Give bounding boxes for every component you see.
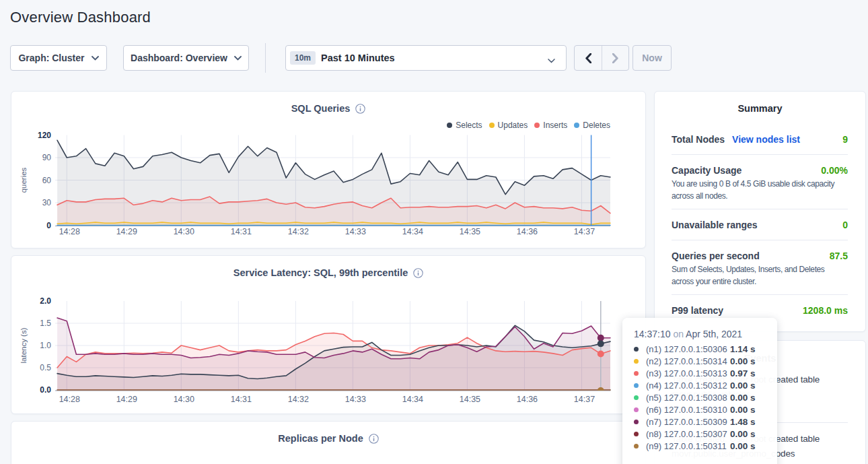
svg-text:120: 120	[38, 131, 51, 140]
tooltip-node-label: (n2) 127.0.0.1:50314	[646, 356, 727, 366]
page-title: Overview Dashboard	[10, 9, 151, 26]
svg-text:14:31: 14:31	[231, 395, 252, 404]
tooltip-node-value: 0.00 s	[730, 356, 756, 366]
summary-row-label: Total Nodes	[672, 134, 725, 145]
svg-text:2.0: 2.0	[40, 296, 51, 306]
series-color-dot	[634, 371, 639, 376]
tooltip-node-row: (n9) 127.0.0.1:503110.00 s	[634, 440, 777, 452]
svg-text:14:36: 14:36	[517, 395, 538, 404]
svg-text:1.0: 1.0	[40, 341, 51, 350]
tooltip-node-label: (n5) 127.0.0.1:50308	[646, 393, 727, 403]
svg-text:queries: queries	[20, 167, 28, 193]
tooltip-node-row: (n3) 127.0.0.1:503130.97 s	[634, 367, 777, 379]
tooltip-node-value: 0.97 s	[730, 368, 756, 378]
summary-title: Summary	[655, 92, 865, 124]
tooltip-node-label: (n4) 127.0.0.1:50312	[646, 380, 727, 391]
series-color-dot	[634, 359, 639, 364]
svg-text:14:28: 14:28	[59, 227, 80, 236]
chart-plot[interactable]: 0.00.51.01.52.014:2814:2914:3014:3114:32…	[11, 256, 647, 415]
series-color-dot	[634, 383, 639, 388]
svg-text:0.5: 0.5	[40, 363, 51, 372]
tooltip-node-row: (n2) 127.0.0.1:503140.00 s	[634, 355, 777, 367]
summary-row-label: Queries per second	[672, 251, 760, 261]
time-step-buttons	[574, 45, 629, 71]
time-range-badge: 10m	[290, 51, 316, 65]
time-back-button[interactable]	[575, 46, 602, 70]
summary-row-label: P99 latency	[672, 305, 723, 316]
chart-plot[interactable]: 030609012014:2814:2914:3014:3114:3214:33…	[11, 92, 647, 249]
summary-row-value: 9	[842, 134, 848, 145]
graph-dropdown-label: Graph: Cluster	[18, 53, 84, 63]
tooltip-node-value: 0.00 s	[730, 429, 756, 439]
tooltip-node-row: (n6) 127.0.0.1:503100.00 s	[634, 403, 777, 416]
summary-row-description: Sum of Selects, Updates, Inserts, and De…	[672, 263, 848, 294]
svg-text:14:33: 14:33	[345, 227, 366, 236]
tooltip-node-row: (n8) 127.0.0.1:503070.00 s	[634, 428, 777, 440]
service-latency-chart-card: Service Latency: SQL, 99th percentile0.0…	[11, 255, 646, 414]
tooltip-node-row: (n1) 127.0.0.1:503061.14 s	[634, 343, 777, 355]
time-range-dropdown[interactable]: 10m Past 10 Minutes	[285, 45, 567, 71]
svg-text:14:36: 14:36	[517, 227, 538, 236]
summary-panel: Summary Total NodesView nodes list9Capac…	[654, 91, 866, 332]
summary-row-label: Capacity Usage	[672, 165, 742, 176]
view-nodes-list-link[interactable]: View nodes list	[732, 134, 800, 145]
series-color-dot	[634, 432, 639, 436]
svg-text:14:31: 14:31	[231, 227, 252, 236]
summary-row: Total NodesView nodes list9	[672, 124, 848, 154]
tooltip-node-label: (n9) 127.0.0.1:50311	[646, 441, 727, 451]
now-button[interactable]: Now	[632, 45, 672, 71]
chevron-down-icon	[92, 56, 99, 61]
replicas-chart-card: Replicas per Node	[11, 421, 646, 464]
tooltip-node-value: 0.00 s	[730, 380, 756, 391]
summary-row-label: Unavailable ranges	[672, 220, 758, 230]
time-forward-button[interactable]	[602, 46, 628, 70]
chevron-down-icon	[548, 55, 555, 65]
chart-title-text: Replicas per Node	[278, 433, 363, 444]
svg-text:0.0: 0.0	[40, 385, 51, 395]
dashboard-dropdown-label: Dashboard: Overview	[131, 53, 227, 63]
graph-dropdown[interactable]: Graph: Cluster	[10, 45, 107, 71]
svg-text:14:34: 14:34	[402, 395, 423, 404]
tooltip-node-value: 1.14 s	[730, 344, 756, 354]
series-color-dot	[634, 420, 639, 424]
summary-row-value: 1208.0 ms	[803, 305, 848, 316]
tooltip-node-row: (n4) 127.0.0.1:503120.00 s	[634, 379, 777, 391]
time-range-label: Past 10 Minutes	[321, 53, 395, 63]
summary-row-description: You are using 0 B of 4.5 GiB usable disk…	[672, 178, 848, 209]
series-color-dot	[634, 347, 639, 352]
sql-queries-chart-card: SQL QueriesSelectsUpdatesInsertsDeletes0…	[11, 91, 646, 248]
svg-text:60: 60	[42, 176, 52, 185]
svg-text:0: 0	[46, 221, 51, 230]
tooltip-node-value: 0.00 s	[730, 441, 756, 451]
tooltip-node-label: (n6) 127.0.0.1:50310	[646, 405, 727, 415]
tooltip-node-label: (n3) 127.0.0.1:50313	[646, 368, 727, 378]
dashboard-dropdown[interactable]: Dashboard: Overview	[123, 45, 249, 71]
tooltip-node-row: (n7) 127.0.0.1:503091.48 s	[634, 416, 777, 428]
tooltip-node-value: 1.48 s	[730, 417, 756, 427]
svg-text:14:37: 14:37	[574, 227, 595, 236]
svg-text:30: 30	[42, 198, 52, 207]
chevron-down-icon	[234, 56, 242, 61]
info-icon[interactable]	[369, 434, 379, 444]
series-color-dot	[634, 444, 639, 449]
tooltip-node-label: (n7) 127.0.0.1:50309	[646, 417, 727, 427]
tooltip-node-label: (n8) 127.0.0.1:50307	[646, 429, 727, 439]
series-color-dot	[634, 407, 639, 412]
svg-text:14:35: 14:35	[460, 395, 480, 404]
toolbar-divider	[265, 43, 266, 73]
tooltip-node-value: 0.00 s	[730, 405, 756, 415]
svg-text:14:35: 14:35	[460, 227, 480, 236]
svg-text:1.5: 1.5	[40, 319, 51, 328]
svg-text:14:33: 14:33	[345, 395, 366, 404]
summary-row-value: 87.5	[830, 251, 848, 261]
summary-row-value: 0.00%	[821, 165, 848, 176]
svg-text:14:34: 14:34	[402, 227, 423, 236]
svg-text:14:32: 14:32	[288, 227, 309, 236]
tooltip-node-value: 0.00 s	[730, 393, 756, 403]
svg-text:14:29: 14:29	[116, 395, 137, 404]
svg-text:14:29: 14:29	[116, 227, 137, 236]
svg-text:latency (s): latency (s)	[20, 327, 28, 363]
tooltip-timestamp: 14:37:10 on Apr 5th, 2021	[634, 329, 777, 339]
svg-text:14:28: 14:28	[59, 395, 80, 404]
chart-hover-tooltip: 14:37:10 on Apr 5th, 2021 (n1) 127.0.0.1…	[622, 318, 777, 464]
